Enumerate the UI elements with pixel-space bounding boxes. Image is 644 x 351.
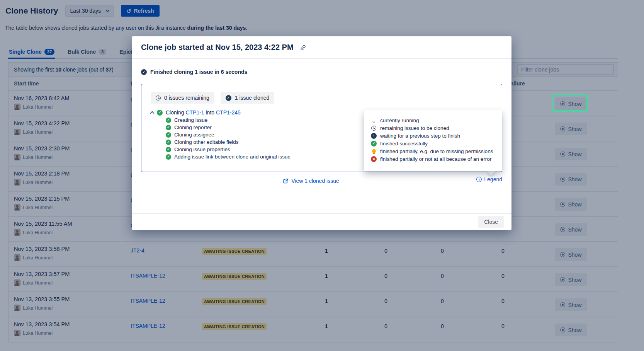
progress-badge-label: 1 issue cloned: [235, 95, 270, 101]
legend-item: waiting for a previous step to finish: [371, 132, 495, 140]
clone-step: Creating issue: [166, 116, 291, 124]
progress-badge: 0 issues remaining: [151, 92, 214, 104]
external-link-icon: [283, 178, 289, 184]
progress-badge: 1 issue cloned: [221, 92, 275, 104]
legend-item-label: currently running: [380, 118, 419, 123]
job-status-line: Finished cloning 1 issue in 6 seconds: [141, 69, 247, 75]
lightbulb-icon: [372, 149, 376, 153]
check-circle-icon: [371, 141, 377, 147]
legend-item-label: finished successfully: [380, 141, 428, 147]
success-check-icon: [166, 140, 171, 145]
arrow-up-circle-icon: [371, 133, 377, 139]
source-issue-link[interactable]: CTP1-1: [185, 109, 204, 116]
clock-icon: [371, 126, 377, 131]
check-circle-icon: [141, 69, 147, 75]
success-check-icon: [166, 147, 171, 152]
legend-item: currently running: [371, 116, 495, 124]
legend-item-label: finished partially or not at all because…: [380, 156, 491, 162]
legend-popup: currently runningremaining issues to be …: [364, 110, 502, 171]
close-button[interactable]: Close: [478, 216, 504, 228]
spinner-icon: [371, 118, 377, 123]
clock-icon: [156, 95, 161, 101]
chevron-up-icon[interactable]: [150, 111, 154, 115]
spinner-icon: [372, 118, 376, 123]
view-cloned-issue-link[interactable]: View 1 cloned issue: [283, 178, 339, 184]
target-issue-link[interactable]: CTP1-245: [216, 109, 241, 116]
clone-step: Cloning assignee: [166, 131, 291, 138]
clone-tree-root: Cloning CTP1-1 into CTP1-245: [151, 109, 291, 116]
legend-item-label: remaining issues to be cloned: [380, 125, 449, 131]
clone-step: Cloning issue properties: [166, 146, 291, 153]
clone-step-label: Cloning assignee: [174, 132, 214, 138]
error-circle-icon: [371, 156, 377, 162]
view-cloned-issue: View 1 cloned issue: [132, 178, 490, 186]
legend-item: remaining issues to be cloned: [371, 124, 495, 132]
success-check-icon: [157, 110, 163, 116]
clone-tree: Cloning CTP1-1 into CTP1-245 Creating is…: [151, 109, 291, 160]
clone-step-label: Adding issue link between clone and orig…: [174, 154, 291, 160]
progress-badges: 0 issues remaining1 issue cloned: [151, 92, 274, 104]
error-circle-icon: [371, 156, 377, 162]
clone-step-label: Cloning other editable fields: [174, 139, 239, 145]
clone-step-label: Cloning reporter: [174, 124, 212, 130]
success-check-icon: [166, 154, 171, 160]
clone-step: Cloning other editable fields: [166, 138, 291, 146]
modal-header: Clone job started at Nov 15, 2023 4:22 P…: [132, 36, 511, 59]
clone-step-label: Creating issue: [174, 117, 207, 123]
clone-step: Adding issue link between clone and orig…: [166, 153, 291, 160]
clock-icon: [371, 126, 376, 131]
success-check-icon: [166, 125, 171, 130]
legend-item: finished partially or not at all because…: [371, 155, 495, 163]
info-icon: [476, 177, 482, 182]
legend-item-label: waiting for a previous step to finish: [380, 133, 460, 139]
check-circle-icon: [226, 95, 231, 101]
modal-title: Clone job started at Nov 15, 2023 4:22 P…: [141, 43, 294, 52]
modal-footer: Close: [132, 213, 511, 230]
success-check-icon: [371, 141, 377, 147]
progress-badge-label: 0 issues remaining: [164, 95, 209, 101]
success-check-icon: [166, 132, 171, 138]
highlight-ring: [552, 94, 588, 112]
legend-link[interactable]: Legend: [476, 176, 502, 182]
arrow-up-circle-icon: [371, 133, 377, 139]
legend-item: finished successfully: [371, 140, 495, 147]
legend-item: finished partially, e.g. due to missing …: [371, 147, 495, 155]
success-check-icon: [166, 118, 171, 123]
legend-item-label: finished partially, e.g. due to missing …: [380, 148, 493, 154]
copy-link-icon[interactable]: [300, 44, 306, 51]
clone-step-label: Cloning issue properties: [174, 147, 230, 152]
clone-step: Cloning reporter: [166, 124, 291, 131]
lightbulb-icon: [371, 149, 377, 153]
